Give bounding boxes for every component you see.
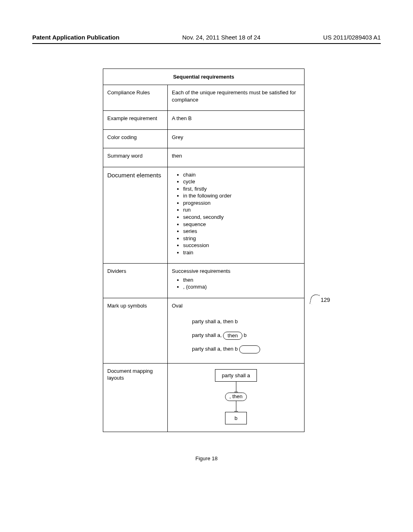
table-row: Document elements chain cycle first, fir… [103, 167, 305, 264]
connector-line [236, 382, 236, 392]
oval-icon: then [223, 332, 242, 340]
row-label: Document mapping layouts [103, 363, 168, 432]
list-item: , (comma) [183, 283, 300, 291]
row-label: Example requirement [103, 111, 168, 130]
table-row: Mark up symbols Oval party shall a, then… [103, 298, 305, 363]
row-value: chain cycle first, firstly in the follow… [168, 167, 305, 264]
list-item: sequence [183, 221, 300, 228]
row-value: Grey [168, 129, 305, 148]
markup-line-3: party shall a, then b [192, 342, 300, 356]
figure-table-wrapper: Sequential requirements Compliance Rules… [103, 69, 305, 432]
markup-shape: Oval [172, 303, 183, 309]
row-label: Dividers [103, 264, 168, 298]
row-value: A then B [168, 111, 305, 130]
list-item: chain [183, 171, 300, 179]
mapping-box-top: party shall a [215, 369, 257, 382]
markup-line-2-post: b [242, 332, 247, 338]
dividers-list: then , (comma) [172, 276, 300, 291]
list-item: string [183, 235, 300, 242]
list-item: in the following order [183, 192, 300, 200]
row-label: Compliance Rules [103, 85, 168, 111]
oval-icon [239, 345, 260, 353]
table-row: Compliance Rules Each of the unique requ… [103, 85, 305, 111]
page-header: Patent Application Publication Nov. 24, … [32, 34, 381, 44]
list-item: second, secondly [183, 214, 300, 221]
list-item: run [183, 206, 300, 214]
list-item: train [183, 249, 300, 256]
table-row: Example requirement A then B [103, 111, 305, 130]
table-row: Summary word then [103, 148, 305, 167]
connector-line [236, 401, 236, 411]
list-item: cycle [183, 178, 300, 185]
reference-number: 129 [311, 294, 330, 305]
page: Patent Application Publication Nov. 24, … [0, 0, 413, 532]
row-value: Oval party shall a, then b party shall a… [168, 298, 305, 363]
row-value: party shall a , then b [168, 363, 305, 432]
header-mid: Nov. 24, 2011 Sheet 18 of 24 [182, 34, 261, 41]
sequential-requirements-table: Sequential requirements Compliance Rules… [103, 69, 305, 432]
markup-line-1: party shall a, then b [192, 315, 300, 328]
row-value: Each of the unique requirements must be … [168, 85, 305, 111]
row-label: Document elements [103, 167, 168, 264]
leader-curve-icon [309, 293, 320, 306]
mapping-box-bottom: b [225, 412, 246, 425]
table-row: Color coding Grey [103, 129, 305, 148]
reference-number-text: 129 [321, 297, 330, 303]
list-item: succession [183, 242, 300, 249]
markup-line-2: party shall a, then b [192, 328, 300, 342]
row-value: Successive requirements then , (comma) [168, 264, 305, 298]
row-label: Mark up symbols [103, 298, 168, 363]
table-title: Sequential requirements [103, 69, 305, 85]
list-item: progression [183, 200, 300, 207]
document-elements-list: chain cycle first, firstly in the follow… [172, 171, 300, 256]
mapping-oval: , then [225, 393, 247, 401]
table-row: Document mapping layouts party shall a ,… [103, 363, 305, 432]
list-item: then [183, 276, 300, 284]
row-label: Summary word [103, 148, 168, 167]
list-item: first, firstly [183, 185, 300, 193]
markup-examples: party shall a, then b party shall a, the… [172, 309, 300, 355]
dividers-lead: Successive requirements [172, 268, 230, 274]
table-row: Dividers Successive requirements then , … [103, 264, 305, 298]
header-left: Patent Application Publication [32, 34, 119, 41]
figure-caption: Figure 18 [0, 455, 413, 461]
list-item: series [183, 228, 300, 235]
markup-line-2-pre: party shall a, [192, 332, 223, 338]
markup-line-3-pre: party shall a, then b [192, 346, 239, 352]
row-value: then [168, 148, 305, 167]
document-mapping-diagram: party shall a , then b [172, 368, 300, 424]
row-label: Color coding [103, 129, 168, 148]
header-right: US 2011/0289403 A1 [323, 34, 381, 41]
